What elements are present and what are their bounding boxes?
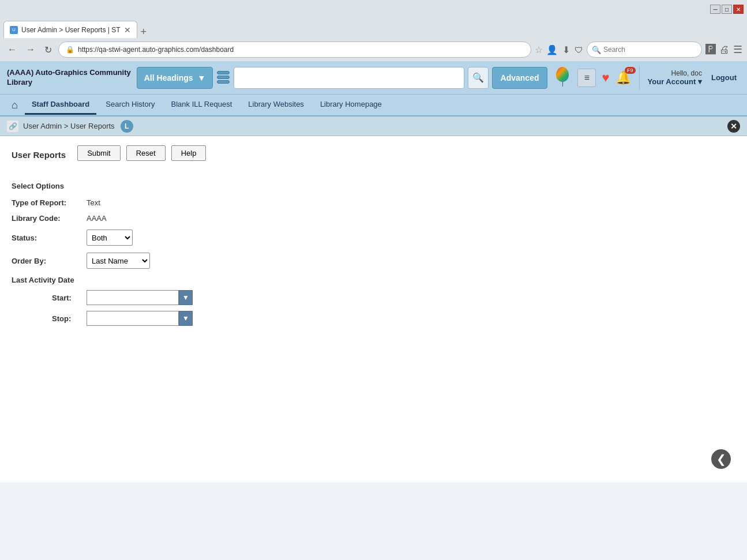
- select-options-title: Select Options: [12, 182, 735, 190]
- status-row: Status: Both Active Inactive: [12, 230, 735, 246]
- reload-button[interactable]: ↻: [42, 43, 55, 57]
- browser-search-bar[interactable]: 🔍: [587, 42, 702, 58]
- browser-search-input[interactable]: [603, 46, 684, 54]
- app-header: (AAAA) Auto-Graphics Community Library A…: [0, 61, 747, 95]
- action-buttons: Submit Reset Help: [77, 145, 206, 161]
- status-label: Status:: [12, 234, 87, 242]
- reset-button[interactable]: Reset: [126, 145, 166, 161]
- page-title: User Reports: [12, 150, 66, 160]
- stop-date-row: Stop: ▼: [12, 311, 735, 326]
- calendar-icon-stop: ▼: [182, 314, 189, 322]
- menu-icon[interactable]: ☰: [733, 43, 742, 56]
- start-calendar-button[interactable]: ▼: [179, 290, 193, 305]
- breadcrumb-close-button[interactable]: ✕: [727, 120, 740, 133]
- last-activity-date-title: Last Activity Date: [12, 276, 735, 284]
- new-tab-button[interactable]: +: [137, 26, 151, 38]
- breadcrumb-badge: L: [121, 120, 133, 133]
- library-code-row: Library Code: AAAA: [12, 214, 735, 223]
- start-date-input[interactable]: [87, 290, 179, 305]
- account-link[interactable]: Your Account ▾: [648, 77, 702, 86]
- library-code-label: Library Code:: [12, 214, 87, 223]
- browser-tab-active[interactable]: U User Admin > User Reports | ST ✕: [3, 21, 137, 38]
- order-by-label: Order By:: [12, 257, 87, 265]
- nav-library-websites[interactable]: Library Websites: [241, 95, 311, 115]
- account-chevron-icon: ▾: [698, 77, 702, 86]
- pocket-icon[interactable]: 🅿: [705, 44, 716, 56]
- restore-button[interactable]: □: [722, 5, 732, 14]
- submit-button[interactable]: Submit: [77, 145, 120, 161]
- stop-label: Stop:: [52, 314, 87, 323]
- address-lock-icon: 🔒: [66, 46, 74, 54]
- download-icon[interactable]: ⬇: [562, 44, 570, 55]
- stop-calendar-button[interactable]: ▼: [179, 311, 193, 326]
- f9-badge: F9: [625, 67, 636, 74]
- main-search-input[interactable]: [234, 67, 464, 89]
- breadcrumb-bar: 🔗 User Admin > User Reports L ✕: [0, 116, 747, 136]
- header-right: ≡ ♥ 🔔 F9 Hello, doc Your Account ▾ Logou…: [553, 66, 740, 89]
- back-chevron-icon: ❮: [716, 452, 726, 466]
- forward-nav-button[interactable]: →: [23, 43, 38, 56]
- balloon-icon[interactable]: [553, 67, 572, 89]
- search-button[interactable]: 🔍: [468, 67, 489, 89]
- type-of-report-row: Type of Report: Text: [12, 198, 735, 207]
- app-logo: (AAAA) Auto-Graphics Community Library: [7, 68, 131, 88]
- print-icon[interactable]: 🖨: [719, 44, 730, 56]
- address-bar[interactable]: 🔒 https://qa-stwi-agent.auto-graphics.co…: [58, 42, 531, 58]
- headings-dropdown[interactable]: All Headings ▼: [137, 67, 213, 89]
- nav-staff-dashboard[interactable]: Staff Dashboard: [25, 95, 96, 115]
- logout-button[interactable]: Logout: [708, 72, 740, 83]
- nav-bar: ⌂ Staff Dashboard Search History Blank I…: [0, 95, 747, 116]
- list-icon[interactable]: ≡: [577, 69, 596, 87]
- calendar-icon: ▼: [182, 294, 189, 302]
- minimize-button[interactable]: ─: [710, 5, 720, 14]
- type-of-report-value: Text: [87, 198, 100, 207]
- home-icon[interactable]: ⌂: [7, 97, 22, 114]
- breadcrumb-path: User Admin > User Reports: [23, 122, 115, 130]
- order-by-select[interactable]: Last Name First Name User ID: [87, 253, 150, 269]
- headings-label: All Headings: [144, 73, 193, 82]
- main-content: User Reports Submit Reset Help Select Op…: [0, 136, 747, 482]
- nav-blank-ill-request[interactable]: Blank ILL Request: [164, 95, 239, 115]
- start-label: Start:: [52, 294, 87, 302]
- favorites-icon[interactable]: ♥: [602, 70, 609, 85]
- search-section: All Headings ▼ 🔍 Advanced: [137, 67, 548, 89]
- search-icon: 🔍: [472, 72, 484, 83]
- address-url: https://qa-stwi-agent.auto-graphics.com/…: [78, 46, 234, 54]
- database-icon[interactable]: [216, 71, 230, 85]
- close-button[interactable]: ✕: [733, 5, 744, 14]
- profile-icon[interactable]: 👤: [546, 44, 558, 55]
- last-activity-date-section: Last Activity Date Start: ▼ Stop: ▼: [12, 276, 735, 326]
- advanced-button[interactable]: Advanced: [492, 67, 548, 89]
- tab-favicon: U: [10, 26, 18, 34]
- order-by-row: Order By: Last Name First Name User ID: [12, 253, 735, 269]
- security-icon: 🛡: [575, 45, 583, 55]
- user-info: Hello, doc Your Account ▾: [648, 69, 702, 86]
- nav-search-history[interactable]: Search History: [99, 95, 162, 115]
- breadcrumb-link-icon: 🔗: [7, 121, 18, 132]
- stop-date-input[interactable]: [87, 311, 179, 326]
- hello-text: Hello, doc: [648, 69, 702, 77]
- start-date-row: Start: ▼: [12, 290, 735, 305]
- back-button[interactable]: ❮: [711, 449, 731, 469]
- status-select[interactable]: Both Active Inactive: [87, 230, 133, 246]
- bookmark-icon[interactable]: ☆: [535, 44, 543, 55]
- library-code-value: AAAA: [87, 214, 107, 223]
- help-button[interactable]: Help: [171, 145, 207, 161]
- back-nav-button[interactable]: ←: [5, 43, 20, 56]
- chevron-down-icon: ▼: [198, 73, 206, 82]
- tab-title: User Admin > User Reports | ST: [21, 26, 121, 34]
- browser-search-icon: 🔍: [592, 46, 601, 54]
- bell-wrapper: 🔔 F9: [615, 70, 631, 85]
- type-of-report-label: Type of Report:: [12, 198, 87, 207]
- tab-close-icon[interactable]: ✕: [124, 25, 131, 35]
- nav-library-homepage[interactable]: Library Homepage: [313, 95, 389, 115]
